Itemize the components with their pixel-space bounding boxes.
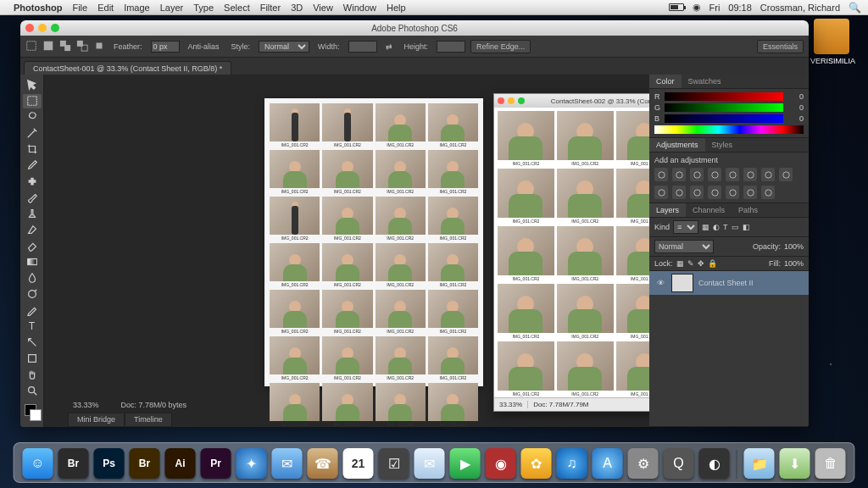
- tab-paths[interactable]: Paths: [732, 203, 765, 217]
- window-titlebar[interactable]: Adobe Photoshop CS6: [20, 20, 809, 36]
- dock-trash-icon[interactable]: 🗑: [815, 448, 846, 479]
- contact-sheet-thumbnail[interactable]: IMG_001.CR2: [376, 336, 426, 380]
- dock-iphoto-icon[interactable]: ✿: [521, 448, 552, 479]
- tab-color[interactable]: Color: [649, 75, 682, 88]
- dock-documents-icon[interactable]: 📁: [744, 448, 775, 479]
- blur-tool[interactable]: [23, 271, 42, 286]
- tab-adjustments[interactable]: Adjustments: [649, 138, 705, 152]
- filter-type-icon[interactable]: T: [723, 223, 728, 231]
- heal-tool[interactable]: [23, 175, 42, 189]
- contact-sheet-thumbnail[interactable]: IMG_001.CR2: [270, 290, 320, 334]
- background-color[interactable]: [30, 409, 42, 421]
- contact-sheet-thumbnail[interactable]: IMG_001.CR2: [376, 243, 426, 287]
- dock-bridge-icon[interactable]: Br: [58, 448, 89, 479]
- tab-layers[interactable]: Layers: [649, 203, 686, 217]
- dock-finder-icon[interactable]: ☺: [23, 448, 53, 479]
- contact-sheet-thumbnail[interactable]: IMG_001.CR2: [270, 383, 320, 427]
- layer-name[interactable]: Contact Sheet II: [698, 279, 754, 287]
- contact-sheet-thumbnail[interactable]: IMG_001.CR2: [498, 169, 554, 224]
- lock-all-icon[interactable]: 🔒: [708, 259, 717, 268]
- dock-appstore-icon[interactable]: A: [593, 448, 623, 479]
- dock-contacts-icon[interactable]: ☎: [308, 448, 338, 479]
- wand-tool[interactable]: [23, 126, 42, 141]
- contact-sheet-thumbnail[interactable]: IMG_001.CR2: [270, 103, 320, 147]
- eraser-tool[interactable]: [23, 239, 42, 253]
- contact-sheet-thumbnail[interactable]: IMG_001.CR2: [322, 103, 372, 147]
- menu-3d[interactable]: 3D: [291, 3, 303, 13]
- canvas-area[interactable]: IMG_001.CR2IMG_001.CR2IMG_001.CR2IMG_001…: [44, 75, 649, 427]
- move-tool[interactable]: [23, 78, 42, 92]
- contact-sheet-thumbnail[interactable]: IMG_001.CR2: [498, 284, 554, 339]
- dock-calendar-icon[interactable]: 21: [343, 448, 374, 479]
- dock-messages-icon[interactable]: ✉: [415, 448, 445, 479]
- filter-adjust-icon[interactable]: ◐: [713, 223, 720, 231]
- adjustment-curves-icon[interactable]: [690, 168, 704, 181]
- gradient-tool[interactable]: [23, 255, 42, 269]
- dock-illustrator-icon[interactable]: Ai: [165, 448, 196, 479]
- dock-quicktime-icon[interactable]: Q: [664, 448, 694, 479]
- filter-shape-icon[interactable]: ▭: [732, 223, 739, 231]
- floating-document-window[interactable]: ContactSheet-002 @ 33.3% (Contact Sheet …: [493, 93, 649, 412]
- contact-sheet-thumbnail[interactable]: IMG_001.CR2: [557, 169, 614, 224]
- desktop-icon-verisimilia[interactable]: VERISIMILIA: [810, 19, 853, 65]
- path-tool[interactable]: [23, 336, 42, 350]
- lock-position-icon[interactable]: ✥: [698, 259, 704, 268]
- contact-sheet-thumbnail[interactable]: IMG_001.CR2: [428, 197, 478, 241]
- adjustment-threshold-icon[interactable]: [726, 186, 739, 199]
- menu-filter[interactable]: Filter: [260, 3, 281, 13]
- dodge-tool[interactable]: [23, 287, 42, 302]
- menu-edit[interactable]: Edit: [97, 3, 114, 13]
- menu-file[interactable]: File: [72, 3, 87, 13]
- adjustment-hue-icon[interactable]: [743, 168, 757, 181]
- adjustment-levels-icon[interactable]: [672, 168, 686, 181]
- spotlight-icon[interactable]: 🔍: [849, 2, 861, 14]
- menu-layer[interactable]: Layer: [160, 3, 184, 13]
- horizontal-scrollbar[interactable]: 33.33% Doc: 7.78M/7.79M: [494, 397, 649, 411]
- close-icon[interactable]: [498, 97, 504, 104]
- contact-sheet-thumbnail[interactable]: IMG_001.CR2: [270, 150, 320, 194]
- selection-new-icon[interactable]: [42, 40, 54, 53]
- contact-sheet-thumbnail[interactable]: IMG_001.CR2: [376, 103, 426, 147]
- selection-intersect-icon[interactable]: [93, 40, 105, 53]
- shape-tool[interactable]: [23, 351, 42, 365]
- feather-input[interactable]: [151, 41, 180, 53]
- contact-sheet-thumbnail[interactable]: IMG_001.CR2: [498, 111, 554, 166]
- contact-sheet-thumbnail[interactable]: IMG_001.CR2: [270, 197, 320, 241]
- contact-sheet-thumbnail[interactable]: IMG_001.CR2: [557, 111, 614, 166]
- tab-mini-bridge[interactable]: Mini Bridge: [68, 413, 125, 427]
- battery-icon[interactable]: [669, 3, 684, 11]
- crop-tool[interactable]: [23, 142, 42, 157]
- clock-time[interactable]: 09:18: [728, 3, 752, 13]
- adjustment-brightness-icon[interactable]: [654, 168, 668, 181]
- contact-sheet-thumbnail[interactable]: IMG_001.CR2: [428, 103, 478, 147]
- lasso-tool[interactable]: [23, 110, 42, 125]
- zoom-level[interactable]: 33.33%: [494, 401, 528, 408]
- contact-sheet-thumbnail[interactable]: IMG_001.CR2: [616, 111, 650, 166]
- adjustment-photo-filter-icon[interactable]: [779, 168, 793, 181]
- adjustment-color-lookup-icon[interactable]: [672, 186, 686, 199]
- contact-sheet-thumbnail[interactable]: IMG_001.CR2: [376, 197, 426, 241]
- height-input[interactable]: [437, 41, 465, 53]
- adjustment-bw-icon[interactable]: [761, 168, 775, 181]
- style-select[interactable]: Normal: [259, 41, 309, 53]
- adjustment-channel-mixer-icon[interactable]: [654, 186, 668, 199]
- contact-sheet-thumbnail[interactable]: IMG_001.CR2: [616, 284, 650, 339]
- dock-settings-icon[interactable]: ⚙: [628, 448, 659, 479]
- contact-sheet-thumbnail[interactable]: IMG_001.CR2: [616, 341, 650, 396]
- contact-sheet-thumbnail[interactable]: IMG_001.CR2: [616, 169, 650, 224]
- contact-sheet-thumbnail[interactable]: IMG_001.CR2: [322, 290, 372, 334]
- contact-sheet-thumbnail[interactable]: IMG_001.CR2: [322, 336, 372, 380]
- marquee-tool-icon[interactable]: [25, 40, 37, 53]
- menu-window[interactable]: Window: [343, 3, 376, 13]
- document-tab[interactable]: ContactSheet-001 @ 33.3% (Contact Sheet …: [24, 61, 231, 75]
- zoom-level[interactable]: 33.33%: [68, 401, 104, 409]
- dock-mail-icon[interactable]: ✉: [272, 448, 303, 479]
- hand-tool[interactable]: [23, 367, 42, 381]
- tab-swatches[interactable]: Swatches: [682, 75, 728, 88]
- filter-image-icon[interactable]: ▦: [702, 223, 709, 231]
- refine-edge-button[interactable]: Refine Edge...: [470, 40, 531, 53]
- blue-slider[interactable]: [665, 114, 783, 123]
- dock-itunes-icon[interactable]: ♫: [557, 448, 587, 479]
- contact-sheet-thumbnail[interactable]: IMG_001.CR2: [270, 243, 320, 287]
- fill-value[interactable]: 100%: [784, 259, 804, 268]
